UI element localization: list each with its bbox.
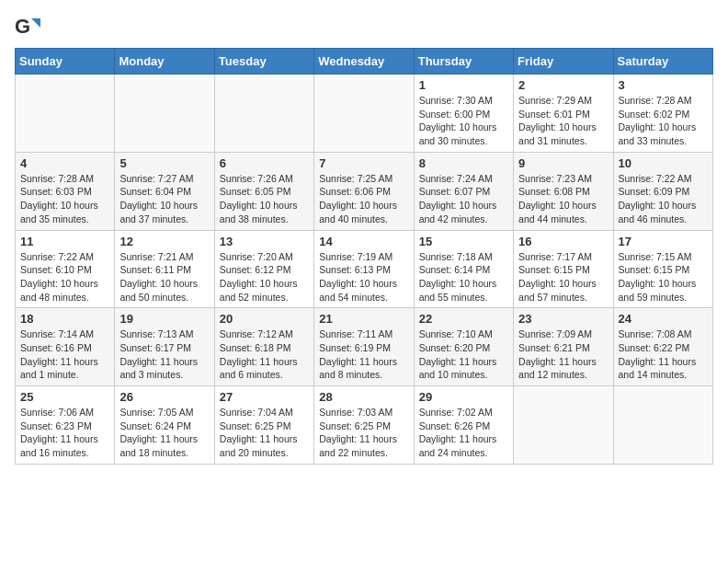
day-info: Sunrise: 7:03 AM Sunset: 6:25 PM Dayligh… bbox=[319, 406, 408, 460]
calendar-cell bbox=[214, 75, 313, 153]
day-number: 25 bbox=[20, 390, 109, 404]
day-info: Sunrise: 7:02 AM Sunset: 6:26 PM Dayligh… bbox=[419, 406, 508, 460]
calendar-cell: 6Sunrise: 7:26 AM Sunset: 6:05 PM Daylig… bbox=[214, 152, 313, 230]
day-number: 9 bbox=[518, 156, 608, 170]
svg-marker-1 bbox=[31, 18, 40, 28]
day-info: Sunrise: 7:22 AM Sunset: 6:10 PM Dayligh… bbox=[20, 250, 109, 304]
day-info: Sunrise: 7:25 AM Sunset: 6:06 PM Dayligh… bbox=[319, 172, 408, 226]
calendar-cell bbox=[16, 75, 115, 153]
logo-icon: G bbox=[15, 15, 40, 40]
page-header: G bbox=[15, 15, 713, 40]
calendar-cell: 20Sunrise: 7:12 AM Sunset: 6:18 PM Dayli… bbox=[214, 308, 313, 386]
calendar-week-4: 18Sunrise: 7:14 AM Sunset: 6:16 PM Dayli… bbox=[16, 308, 713, 386]
calendar-cell: 16Sunrise: 7:17 AM Sunset: 6:15 PM Dayli… bbox=[514, 230, 613, 308]
weekday-header-row: SundayMondayTuesdayWednesdayThursdayFrid… bbox=[16, 49, 713, 75]
calendar-cell: 23Sunrise: 7:09 AM Sunset: 6:21 PM Dayli… bbox=[514, 308, 613, 386]
calendar-cell: 4Sunrise: 7:28 AM Sunset: 6:03 PM Daylig… bbox=[16, 152, 115, 230]
calendar-body: 1Sunrise: 7:30 AM Sunset: 6:00 PM Daylig… bbox=[16, 75, 713, 465]
day-number: 24 bbox=[619, 312, 708, 326]
day-info: Sunrise: 7:13 AM Sunset: 6:17 PM Dayligh… bbox=[119, 327, 209, 382]
day-number: 10 bbox=[619, 156, 708, 170]
calendar-week-3: 11Sunrise: 7:22 AM Sunset: 6:10 PM Dayli… bbox=[16, 230, 713, 308]
weekday-header-saturday: Saturday bbox=[613, 49, 712, 75]
day-info: Sunrise: 7:05 AM Sunset: 6:24 PM Dayligh… bbox=[119, 406, 209, 460]
day-number: 20 bbox=[220, 312, 309, 326]
calendar-cell: 28Sunrise: 7:03 AM Sunset: 6:25 PM Dayli… bbox=[314, 386, 414, 465]
calendar-cell: 29Sunrise: 7:02 AM Sunset: 6:26 PM Dayli… bbox=[414, 386, 513, 465]
day-number: 29 bbox=[419, 390, 508, 404]
day-number: 23 bbox=[518, 312, 608, 326]
day-number: 27 bbox=[220, 390, 309, 404]
day-info: Sunrise: 7:11 AM Sunset: 6:19 PM Dayligh… bbox=[319, 327, 408, 382]
day-number: 4 bbox=[20, 156, 109, 170]
calendar-cell: 5Sunrise: 7:27 AM Sunset: 6:04 PM Daylig… bbox=[115, 152, 214, 230]
day-number: 19 bbox=[119, 312, 209, 326]
calendar-cell: 12Sunrise: 7:21 AM Sunset: 6:11 PM Dayli… bbox=[115, 230, 214, 308]
calendar-cell: 14Sunrise: 7:19 AM Sunset: 6:13 PM Dayli… bbox=[314, 230, 414, 308]
day-info: Sunrise: 7:23 AM Sunset: 6:08 PM Dayligh… bbox=[518, 172, 608, 226]
calendar-cell: 15Sunrise: 7:18 AM Sunset: 6:14 PM Dayli… bbox=[414, 230, 513, 308]
day-number: 21 bbox=[319, 312, 408, 326]
day-number: 12 bbox=[119, 235, 209, 248]
weekday-header-monday: Monday bbox=[115, 49, 214, 75]
calendar-cell: 24Sunrise: 7:08 AM Sunset: 6:22 PM Dayli… bbox=[613, 308, 712, 386]
day-number: 11 bbox=[20, 235, 109, 248]
day-info: Sunrise: 7:22 AM Sunset: 6:09 PM Dayligh… bbox=[619, 172, 708, 226]
calendar-cell: 19Sunrise: 7:13 AM Sunset: 6:17 PM Dayli… bbox=[115, 308, 214, 386]
calendar-week-5: 25Sunrise: 7:06 AM Sunset: 6:23 PM Dayli… bbox=[16, 386, 713, 465]
day-number: 3 bbox=[619, 78, 708, 92]
day-number: 17 bbox=[619, 235, 708, 248]
day-number: 16 bbox=[518, 235, 608, 248]
calendar-week-1: 1Sunrise: 7:30 AM Sunset: 6:00 PM Daylig… bbox=[16, 75, 713, 153]
day-info: Sunrise: 7:12 AM Sunset: 6:18 PM Dayligh… bbox=[220, 327, 309, 382]
calendar-cell: 9Sunrise: 7:23 AM Sunset: 6:08 PM Daylig… bbox=[514, 152, 613, 230]
day-info: Sunrise: 7:09 AM Sunset: 6:21 PM Dayligh… bbox=[518, 327, 608, 382]
day-info: Sunrise: 7:10 AM Sunset: 6:20 PM Dayligh… bbox=[419, 327, 508, 382]
calendar-table: SundayMondayTuesdayWednesdayThursdayFrid… bbox=[15, 48, 713, 465]
day-number: 5 bbox=[119, 156, 209, 170]
calendar-cell: 26Sunrise: 7:05 AM Sunset: 6:24 PM Dayli… bbox=[115, 386, 214, 465]
calendar-cell: 1Sunrise: 7:30 AM Sunset: 6:00 PM Daylig… bbox=[414, 75, 513, 153]
day-number: 28 bbox=[319, 390, 408, 404]
calendar-cell bbox=[314, 75, 414, 153]
day-info: Sunrise: 7:08 AM Sunset: 6:22 PM Dayligh… bbox=[619, 327, 708, 382]
day-info: Sunrise: 7:26 AM Sunset: 6:05 PM Dayligh… bbox=[220, 172, 309, 226]
day-number: 2 bbox=[518, 78, 608, 92]
day-info: Sunrise: 7:17 AM Sunset: 6:15 PM Dayligh… bbox=[518, 250, 608, 304]
calendar-cell: 21Sunrise: 7:11 AM Sunset: 6:19 PM Dayli… bbox=[314, 308, 414, 386]
day-info: Sunrise: 7:24 AM Sunset: 6:07 PM Dayligh… bbox=[419, 172, 508, 226]
calendar-cell: 8Sunrise: 7:24 AM Sunset: 6:07 PM Daylig… bbox=[414, 152, 513, 230]
calendar-cell: 2Sunrise: 7:29 AM Sunset: 6:01 PM Daylig… bbox=[514, 75, 613, 153]
day-number: 22 bbox=[419, 312, 508, 326]
day-number: 26 bbox=[119, 390, 209, 404]
calendar-cell: 27Sunrise: 7:04 AM Sunset: 6:25 PM Dayli… bbox=[214, 386, 313, 465]
day-number: 15 bbox=[419, 235, 508, 248]
calendar-cell: 7Sunrise: 7:25 AM Sunset: 6:06 PM Daylig… bbox=[314, 152, 414, 230]
calendar-cell bbox=[514, 386, 613, 465]
weekday-header-tuesday: Tuesday bbox=[214, 49, 313, 75]
day-number: 8 bbox=[419, 156, 508, 170]
day-info: Sunrise: 7:15 AM Sunset: 6:15 PM Dayligh… bbox=[619, 250, 708, 304]
day-number: 1 bbox=[419, 78, 508, 92]
calendar-cell: 11Sunrise: 7:22 AM Sunset: 6:10 PM Dayli… bbox=[16, 230, 115, 308]
day-info: Sunrise: 7:18 AM Sunset: 6:14 PM Dayligh… bbox=[419, 250, 508, 304]
calendar-cell: 10Sunrise: 7:22 AM Sunset: 6:09 PM Dayli… bbox=[613, 152, 712, 230]
day-info: Sunrise: 7:30 AM Sunset: 6:00 PM Dayligh… bbox=[419, 94, 508, 148]
weekday-header-thursday: Thursday bbox=[414, 49, 513, 75]
calendar-cell: 3Sunrise: 7:28 AM Sunset: 6:02 PM Daylig… bbox=[613, 75, 712, 153]
calendar-cell bbox=[613, 386, 712, 465]
calendar-week-2: 4Sunrise: 7:28 AM Sunset: 6:03 PM Daylig… bbox=[16, 152, 713, 230]
day-info: Sunrise: 7:19 AM Sunset: 6:13 PM Dayligh… bbox=[319, 250, 408, 304]
day-info: Sunrise: 7:04 AM Sunset: 6:25 PM Dayligh… bbox=[220, 406, 309, 460]
day-info: Sunrise: 7:14 AM Sunset: 6:16 PM Dayligh… bbox=[20, 327, 109, 382]
weekday-header-wednesday: Wednesday bbox=[314, 49, 414, 75]
day-info: Sunrise: 7:27 AM Sunset: 6:04 PM Dayligh… bbox=[119, 172, 209, 226]
calendar-cell: 22Sunrise: 7:10 AM Sunset: 6:20 PM Dayli… bbox=[414, 308, 513, 386]
weekday-header-sunday: Sunday bbox=[16, 49, 115, 75]
day-number: 13 bbox=[220, 235, 309, 248]
day-info: Sunrise: 7:06 AM Sunset: 6:23 PM Dayligh… bbox=[20, 406, 109, 460]
svg-text:G: G bbox=[15, 15, 30, 38]
day-number: 14 bbox=[319, 235, 408, 248]
day-info: Sunrise: 7:28 AM Sunset: 6:03 PM Dayligh… bbox=[20, 172, 109, 226]
day-info: Sunrise: 7:28 AM Sunset: 6:02 PM Dayligh… bbox=[619, 94, 708, 148]
